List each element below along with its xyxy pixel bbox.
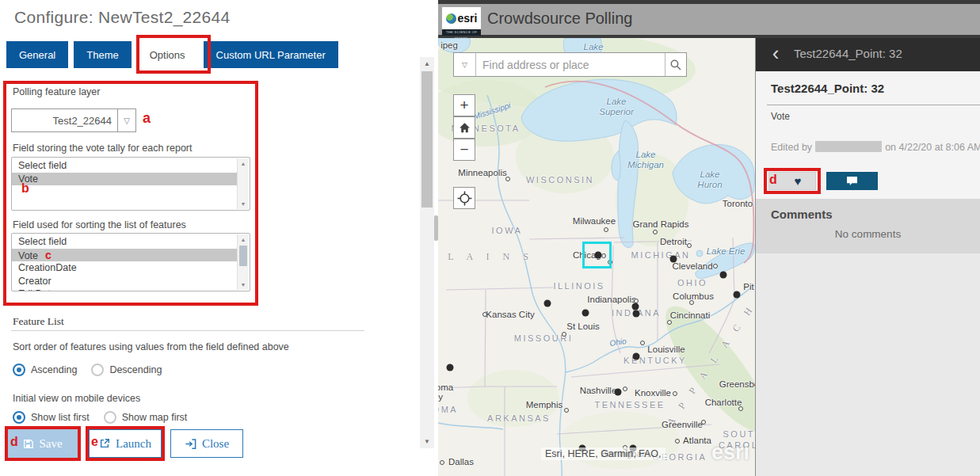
screen: Configure: NewTest2_22644 GeneralThemeOp…	[0, 0, 980, 476]
tab-theme[interactable]: Theme	[74, 41, 131, 68]
city-marker-greenville	[701, 420, 706, 425]
polling-layer-value: Test2_22644	[12, 109, 117, 131]
edited-suffix: on 4/22/20 at 8:06 AM	[885, 142, 980, 153]
scroll-up-icon[interactable]: ▲	[238, 161, 249, 166]
feature-point[interactable]	[633, 353, 640, 360]
feature-point[interactable]	[734, 291, 741, 299]
search-dropdown-icon[interactable]: ▽	[454, 53, 476, 76]
city-marker-nashville	[623, 387, 627, 391]
scroll-up-icon[interactable]: ▲	[420, 60, 434, 67]
polling-layer-label: Polling feature layer	[13, 86, 100, 97]
list-option-select-field[interactable]: Select field	[12, 235, 237, 249]
feature-point[interactable]	[633, 310, 640, 318]
listbox-scrollbar[interactable]: ▲ ▼	[237, 158, 249, 209]
tab-options[interactable]: Options	[137, 41, 198, 68]
sort-order-label: Sort order of features using values from…	[13, 341, 289, 352]
search-icon[interactable]	[665, 53, 686, 76]
feature-point[interactable]	[615, 389, 622, 396]
city-marker-charlotte	[738, 406, 743, 411]
save-button[interactable]: Save	[8, 429, 78, 458]
list-option-vote[interactable]: Vote	[12, 173, 237, 186]
close-button[interactable]: Close	[170, 429, 243, 458]
feature-panel-header: ‹ Test22644_Point: 32	[756, 38, 980, 71]
redacted-username	[815, 141, 882, 152]
radio-show-list-first[interactable]: Show list first	[13, 411, 90, 424]
feature-title: Test22644_Point: 32	[771, 82, 884, 95]
heart-icon: ♥	[795, 175, 802, 187]
annotation-letter-c: c	[45, 249, 51, 261]
map-canvas[interactable]: LakeLakeSuperiorLakeMichiganLakeHuronLak…	[438, 38, 755, 476]
map-selection-box	[582, 242, 612, 268]
comments-heading: Comments	[771, 208, 833, 221]
feature-point[interactable]	[544, 300, 551, 307]
tab-general[interactable]: General	[6, 41, 68, 68]
esri-watermark: esri	[711, 440, 749, 465]
feature-list-heading: Feature List	[13, 315, 64, 328]
radio-button[interactable]	[13, 411, 25, 424]
back-chevron-icon[interactable]: ‹	[764, 42, 787, 66]
chevron-down-icon[interactable]: ▽	[117, 109, 135, 131]
feature-panel: ‹ Test22644_Point: 32 Test22644_Point: 3…	[755, 38, 980, 476]
scroll-down-icon[interactable]: ▼	[238, 282, 249, 288]
sort-field-label: Field used for sorting the list of featu…	[13, 219, 186, 230]
locate-button[interactable]	[453, 187, 475, 209]
sort-field-listbox[interactable]: ▲ ▼ Select fieldVotecCreationDateCreator…	[11, 233, 250, 291]
scroll-down-icon[interactable]: ▼	[420, 438, 434, 445]
feature-point[interactable]	[670, 256, 677, 263]
search-input[interactable]	[476, 53, 665, 76]
radio-button[interactable]	[13, 364, 25, 376]
radio-show-map-first[interactable]: Show map first	[104, 411, 188, 424]
save-label: Save	[39, 437, 62, 451]
list-option-creationdate[interactable]: CreationDate	[12, 261, 237, 275]
zoom-in-button[interactable]: +	[453, 94, 475, 116]
launch-label: Launch	[116, 437, 151, 451]
home-button[interactable]	[453, 116, 475, 139]
tab-custom-url-parameter[interactable]: Custom URL Parameter	[204, 41, 338, 68]
scroll-thumb[interactable]	[421, 71, 433, 208]
feature-panel-header-title: Test22644_Point: 32	[794, 47, 902, 60]
configure-panel: Configure: NewTest2_22644 GeneralThemeOp…	[0, 0, 418, 476]
feature-point[interactable]	[632, 303, 639, 310]
list-option-vote[interactable]: Votec	[12, 249, 237, 262]
radio-ascending[interactable]: Ascending	[13, 364, 77, 376]
globe-icon	[446, 13, 456, 24]
list-option-select-field[interactable]: Select field	[12, 159, 237, 173]
map-attribution: Esri, HERE, Garmin, FAO,	[541, 447, 665, 460]
radio-button[interactable]	[104, 411, 116, 424]
divider	[767, 105, 980, 105]
feature-point[interactable]	[447, 364, 454, 371]
city-marker-columbus	[689, 300, 694, 305]
scroll-up-icon[interactable]: ▲	[238, 237, 249, 242]
edited-prefix: Edited by	[771, 142, 812, 153]
launch-button[interactable]: Launch	[89, 429, 162, 458]
scroll-down-icon[interactable]: ▼	[238, 201, 249, 207]
initial-view-radio-group: Show list firstShow map first	[13, 411, 187, 424]
list-option-creator[interactable]: Creator	[12, 275, 237, 288]
save-icon	[23, 439, 33, 449]
polling-layer-select[interactable]: Test2_22644 ▽	[11, 109, 136, 132]
list-option-editdate[interactable]: EditDate	[12, 288, 237, 291]
feature-point[interactable]	[720, 272, 727, 279]
radio-descending[interactable]: Descending	[91, 364, 162, 376]
city-marker-atlanta	[675, 439, 680, 444]
zoom-out-button[interactable]: −	[453, 139, 475, 161]
scroll-thumb[interactable]	[239, 246, 247, 266]
vote-field-label: Field storing the vote tally for each re…	[13, 143, 193, 154]
page-scrollbar[interactable]: ▲ ▼	[420, 57, 434, 448]
city-marker-cleveland	[713, 264, 718, 268]
edited-line: Edited byon 4/22/20 at 8:06 AM	[771, 141, 980, 153]
annotation-letter-d2: d	[769, 173, 777, 187]
locate-icon	[457, 191, 472, 206]
vote-field-listbox[interactable]: ▲ ▼ Select fieldVote	[11, 157, 250, 211]
listbox-scrollbar[interactable]: ▲ ▼	[237, 234, 249, 290]
home-icon	[458, 121, 471, 135]
esri-logo: esri THE SCIENCE OF WHERE	[442, 7, 481, 36]
radio-button[interactable]	[91, 364, 104, 376]
feature-point[interactable]	[582, 310, 589, 317]
city-marker-cincinnati	[667, 320, 672, 325]
city-marker-dallas	[440, 460, 444, 465]
city-marker-st-louis	[562, 332, 566, 337]
comment-button[interactable]	[826, 172, 878, 190]
city-marker-memphis	[564, 408, 569, 413]
annotation-letter-a: a	[143, 110, 151, 127]
